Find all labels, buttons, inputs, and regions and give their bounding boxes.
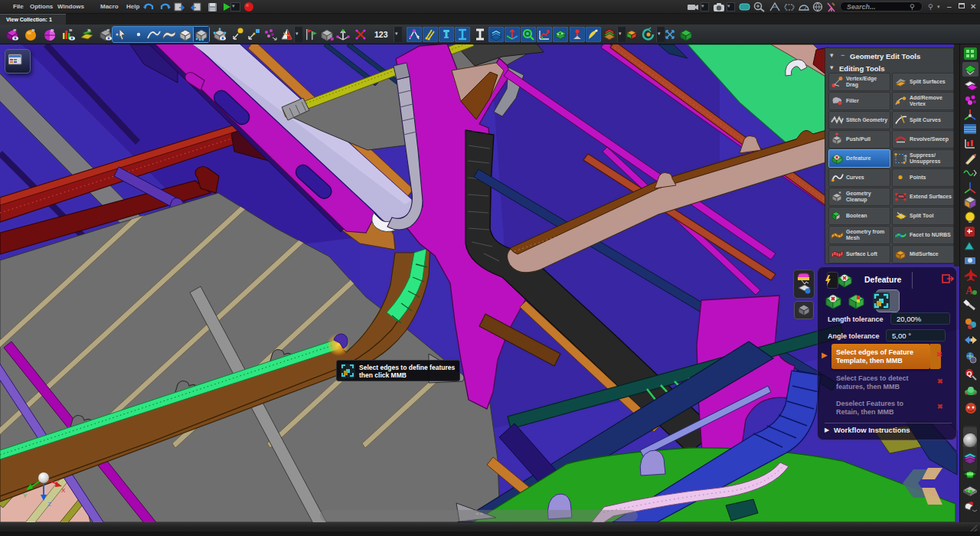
svg-text:Z: Z bbox=[47, 501, 51, 508]
svg-text:Y: Y bbox=[23, 492, 28, 499]
svg-text:»: » bbox=[31, 27, 35, 34]
svg-text:X: X bbox=[61, 487, 66, 494]
svg-text:123: 123 bbox=[374, 30, 388, 39]
svg-text:»: » bbox=[69, 27, 73, 34]
svg-text:Q: Q bbox=[967, 370, 972, 377]
svg-text:«: « bbox=[106, 27, 110, 34]
svg-text:A: A bbox=[965, 285, 974, 296]
svg-text:»: » bbox=[87, 27, 91, 34]
svg-text:»: » bbox=[51, 27, 54, 34]
svg-text:«: « bbox=[13, 27, 17, 34]
